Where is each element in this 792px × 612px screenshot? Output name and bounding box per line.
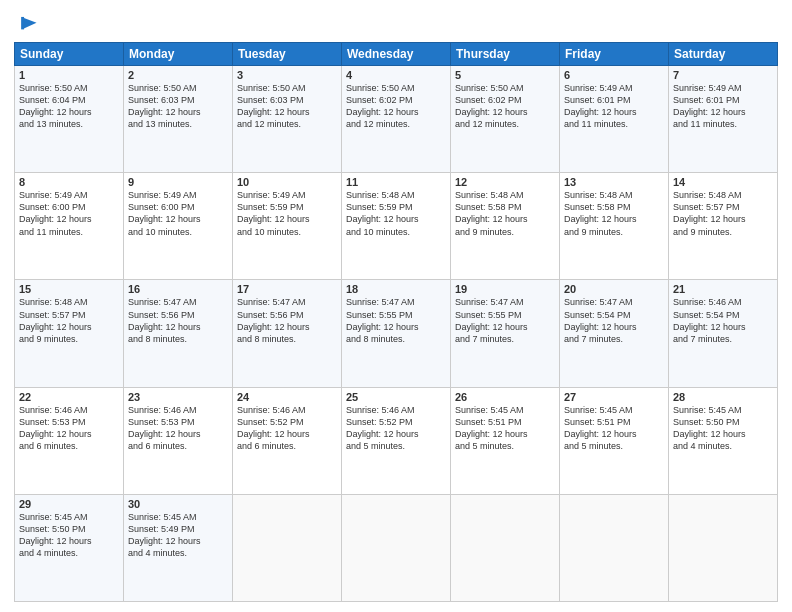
day-info: Sunrise: 5:47 AM Sunset: 5:54 PM Dayligh… bbox=[564, 296, 664, 345]
day-number: 16 bbox=[128, 283, 228, 295]
calendar-cell: 2Sunrise: 5:50 AM Sunset: 6:03 PM Daylig… bbox=[124, 66, 233, 173]
calendar-cell: 3Sunrise: 5:50 AM Sunset: 6:03 PM Daylig… bbox=[233, 66, 342, 173]
calendar-cell bbox=[342, 494, 451, 601]
day-info: Sunrise: 5:50 AM Sunset: 6:02 PM Dayligh… bbox=[346, 82, 446, 131]
header-day-thursday: Thursday bbox=[451, 43, 560, 66]
calendar-cell bbox=[560, 494, 669, 601]
day-number: 10 bbox=[237, 176, 337, 188]
header-day-monday: Monday bbox=[124, 43, 233, 66]
header-day-tuesday: Tuesday bbox=[233, 43, 342, 66]
day-info: Sunrise: 5:46 AM Sunset: 5:53 PM Dayligh… bbox=[19, 404, 119, 453]
day-info: Sunrise: 5:50 AM Sunset: 6:03 PM Dayligh… bbox=[237, 82, 337, 131]
day-info: Sunrise: 5:48 AM Sunset: 5:58 PM Dayligh… bbox=[564, 189, 664, 238]
day-info: Sunrise: 5:46 AM Sunset: 5:54 PM Dayligh… bbox=[673, 296, 773, 345]
day-number: 1 bbox=[19, 69, 119, 81]
day-number: 9 bbox=[128, 176, 228, 188]
calendar-cell: 28Sunrise: 5:45 AM Sunset: 5:50 PM Dayli… bbox=[669, 387, 778, 494]
calendar-cell bbox=[451, 494, 560, 601]
svg-marker-0 bbox=[23, 18, 36, 29]
calendar-cell: 4Sunrise: 5:50 AM Sunset: 6:02 PM Daylig… bbox=[342, 66, 451, 173]
calendar-cell: 27Sunrise: 5:45 AM Sunset: 5:51 PM Dayli… bbox=[560, 387, 669, 494]
day-info: Sunrise: 5:45 AM Sunset: 5:50 PM Dayligh… bbox=[673, 404, 773, 453]
day-number: 25 bbox=[346, 391, 446, 403]
page: SundayMondayTuesdayWednesdayThursdayFrid… bbox=[0, 0, 792, 612]
day-info: Sunrise: 5:49 AM Sunset: 6:01 PM Dayligh… bbox=[564, 82, 664, 131]
day-info: Sunrise: 5:49 AM Sunset: 6:00 PM Dayligh… bbox=[19, 189, 119, 238]
calendar-week-2: 8Sunrise: 5:49 AM Sunset: 6:00 PM Daylig… bbox=[15, 173, 778, 280]
header-day-sunday: Sunday bbox=[15, 43, 124, 66]
day-info: Sunrise: 5:50 AM Sunset: 6:03 PM Dayligh… bbox=[128, 82, 228, 131]
calendar-cell: 14Sunrise: 5:48 AM Sunset: 5:57 PM Dayli… bbox=[669, 173, 778, 280]
day-number: 24 bbox=[237, 391, 337, 403]
logo bbox=[14, 14, 38, 36]
day-number: 17 bbox=[237, 283, 337, 295]
calendar-cell: 21Sunrise: 5:46 AM Sunset: 5:54 PM Dayli… bbox=[669, 280, 778, 387]
header-day-wednesday: Wednesday bbox=[342, 43, 451, 66]
day-number: 18 bbox=[346, 283, 446, 295]
day-info: Sunrise: 5:46 AM Sunset: 5:53 PM Dayligh… bbox=[128, 404, 228, 453]
day-number: 20 bbox=[564, 283, 664, 295]
calendar-cell: 13Sunrise: 5:48 AM Sunset: 5:58 PM Dayli… bbox=[560, 173, 669, 280]
calendar-cell: 5Sunrise: 5:50 AM Sunset: 6:02 PM Daylig… bbox=[451, 66, 560, 173]
day-info: Sunrise: 5:45 AM Sunset: 5:50 PM Dayligh… bbox=[19, 511, 119, 560]
calendar-cell: 1Sunrise: 5:50 AM Sunset: 6:04 PM Daylig… bbox=[15, 66, 124, 173]
day-info: Sunrise: 5:48 AM Sunset: 5:57 PM Dayligh… bbox=[673, 189, 773, 238]
calendar-week-5: 29Sunrise: 5:45 AM Sunset: 5:50 PM Dayli… bbox=[15, 494, 778, 601]
day-number: 23 bbox=[128, 391, 228, 403]
calendar-header-row: SundayMondayTuesdayWednesdayThursdayFrid… bbox=[15, 43, 778, 66]
day-info: Sunrise: 5:49 AM Sunset: 5:59 PM Dayligh… bbox=[237, 189, 337, 238]
calendar-cell: 22Sunrise: 5:46 AM Sunset: 5:53 PM Dayli… bbox=[15, 387, 124, 494]
day-number: 7 bbox=[673, 69, 773, 81]
header-day-friday: Friday bbox=[560, 43, 669, 66]
calendar-table: SundayMondayTuesdayWednesdayThursdayFrid… bbox=[14, 42, 778, 602]
day-number: 12 bbox=[455, 176, 555, 188]
day-number: 15 bbox=[19, 283, 119, 295]
calendar-cell: 11Sunrise: 5:48 AM Sunset: 5:59 PM Dayli… bbox=[342, 173, 451, 280]
calendar-cell bbox=[233, 494, 342, 601]
day-number: 13 bbox=[564, 176, 664, 188]
header-day-saturday: Saturday bbox=[669, 43, 778, 66]
day-number: 8 bbox=[19, 176, 119, 188]
calendar-cell: 6Sunrise: 5:49 AM Sunset: 6:01 PM Daylig… bbox=[560, 66, 669, 173]
day-info: Sunrise: 5:47 AM Sunset: 5:56 PM Dayligh… bbox=[128, 296, 228, 345]
calendar-cell: 29Sunrise: 5:45 AM Sunset: 5:50 PM Dayli… bbox=[15, 494, 124, 601]
calendar-cell bbox=[669, 494, 778, 601]
calendar-cell: 9Sunrise: 5:49 AM Sunset: 6:00 PM Daylig… bbox=[124, 173, 233, 280]
day-number: 21 bbox=[673, 283, 773, 295]
day-info: Sunrise: 5:47 AM Sunset: 5:55 PM Dayligh… bbox=[346, 296, 446, 345]
day-info: Sunrise: 5:48 AM Sunset: 5:57 PM Dayligh… bbox=[19, 296, 119, 345]
day-number: 11 bbox=[346, 176, 446, 188]
day-info: Sunrise: 5:45 AM Sunset: 5:51 PM Dayligh… bbox=[455, 404, 555, 453]
day-number: 29 bbox=[19, 498, 119, 510]
day-info: Sunrise: 5:49 AM Sunset: 6:01 PM Dayligh… bbox=[673, 82, 773, 131]
calendar-cell: 8Sunrise: 5:49 AM Sunset: 6:00 PM Daylig… bbox=[15, 173, 124, 280]
day-info: Sunrise: 5:47 AM Sunset: 5:55 PM Dayligh… bbox=[455, 296, 555, 345]
calendar-cell: 12Sunrise: 5:48 AM Sunset: 5:58 PM Dayli… bbox=[451, 173, 560, 280]
calendar-cell: 19Sunrise: 5:47 AM Sunset: 5:55 PM Dayli… bbox=[451, 280, 560, 387]
day-info: Sunrise: 5:47 AM Sunset: 5:56 PM Dayligh… bbox=[237, 296, 337, 345]
day-info: Sunrise: 5:45 AM Sunset: 5:51 PM Dayligh… bbox=[564, 404, 664, 453]
day-number: 6 bbox=[564, 69, 664, 81]
day-info: Sunrise: 5:48 AM Sunset: 5:59 PM Dayligh… bbox=[346, 189, 446, 238]
calendar-cell: 18Sunrise: 5:47 AM Sunset: 5:55 PM Dayli… bbox=[342, 280, 451, 387]
calendar-week-3: 15Sunrise: 5:48 AM Sunset: 5:57 PM Dayli… bbox=[15, 280, 778, 387]
day-number: 3 bbox=[237, 69, 337, 81]
calendar-cell: 16Sunrise: 5:47 AM Sunset: 5:56 PM Dayli… bbox=[124, 280, 233, 387]
calendar-cell: 7Sunrise: 5:49 AM Sunset: 6:01 PM Daylig… bbox=[669, 66, 778, 173]
calendar-cell: 17Sunrise: 5:47 AM Sunset: 5:56 PM Dayli… bbox=[233, 280, 342, 387]
svg-rect-1 bbox=[21, 17, 24, 29]
calendar-cell: 10Sunrise: 5:49 AM Sunset: 5:59 PM Dayli… bbox=[233, 173, 342, 280]
day-info: Sunrise: 5:46 AM Sunset: 5:52 PM Dayligh… bbox=[346, 404, 446, 453]
calendar-cell: 24Sunrise: 5:46 AM Sunset: 5:52 PM Dayli… bbox=[233, 387, 342, 494]
calendar-cell: 26Sunrise: 5:45 AM Sunset: 5:51 PM Dayli… bbox=[451, 387, 560, 494]
day-number: 26 bbox=[455, 391, 555, 403]
calendar-cell: 25Sunrise: 5:46 AM Sunset: 5:52 PM Dayli… bbox=[342, 387, 451, 494]
day-info: Sunrise: 5:46 AM Sunset: 5:52 PM Dayligh… bbox=[237, 404, 337, 453]
calendar-cell: 15Sunrise: 5:48 AM Sunset: 5:57 PM Dayli… bbox=[15, 280, 124, 387]
day-number: 5 bbox=[455, 69, 555, 81]
day-info: Sunrise: 5:48 AM Sunset: 5:58 PM Dayligh… bbox=[455, 189, 555, 238]
logo-icon bbox=[16, 14, 38, 36]
day-number: 14 bbox=[673, 176, 773, 188]
day-info: Sunrise: 5:45 AM Sunset: 5:49 PM Dayligh… bbox=[128, 511, 228, 560]
calendar-cell: 20Sunrise: 5:47 AM Sunset: 5:54 PM Dayli… bbox=[560, 280, 669, 387]
